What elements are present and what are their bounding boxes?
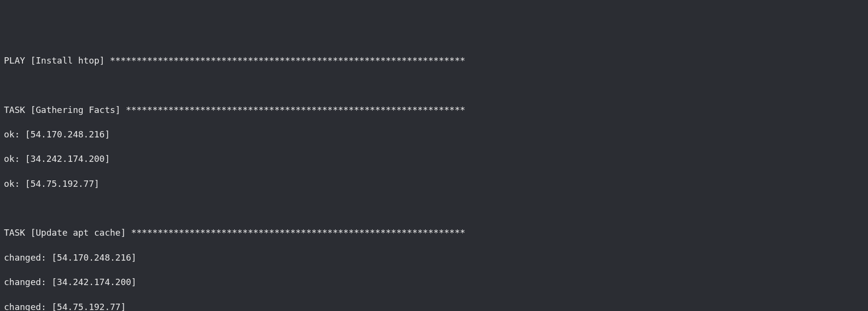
task-header: TASK [Gathering Facts] *****************… bbox=[4, 104, 864, 116]
play-header: PLAY [Install htop] ********************… bbox=[4, 54, 864, 67]
task-result: ok: [34.242.174.200] bbox=[4, 153, 864, 165]
task-result: ok: [54.170.248.216] bbox=[4, 128, 864, 140]
blank-line bbox=[4, 79, 864, 91]
task-result: changed: [34.242.174.200] bbox=[4, 276, 864, 288]
task-result: changed: [54.75.192.77] bbox=[4, 301, 864, 311]
task-result: changed: [54.170.248.216] bbox=[4, 251, 864, 264]
task-result: ok: [54.75.192.77] bbox=[4, 178, 864, 190]
blank-line bbox=[4, 202, 864, 214]
task-header: TASK [Update apt cache] ****************… bbox=[4, 226, 864, 239]
